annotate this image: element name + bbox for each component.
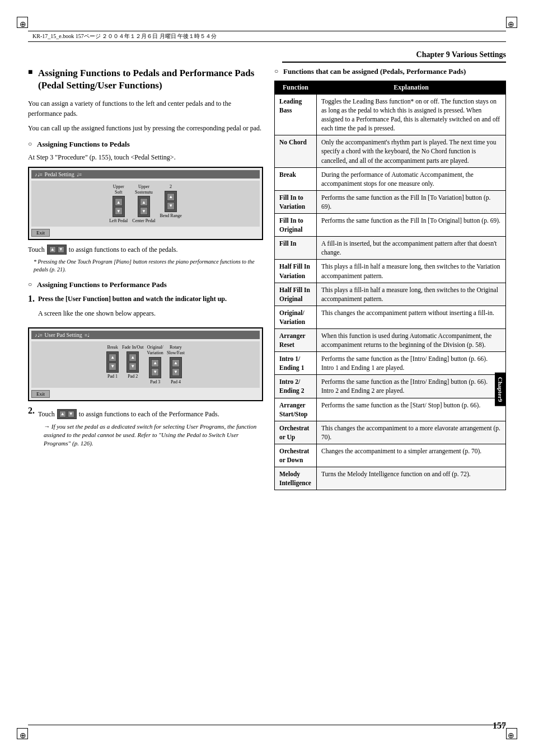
step-1-extra: A screen like the one shown below appear…: [38, 308, 263, 318]
col-header-function: Function: [275, 81, 317, 95]
arrow-dn-pad[interactable]: ▼: [68, 411, 74, 417]
user-pad-name-2: Pad 2: [128, 374, 138, 379]
table-row: Leading BassToggles the Leading Bass fun…: [275, 95, 506, 135]
table-row: Fill InA fill-in is inserted, but the ac…: [275, 237, 506, 260]
pad-label-upper-soft: UpperSoft: [113, 184, 124, 195]
table-row: BreakDuring the performance of Automatic…: [275, 167, 506, 190]
user-pad-btn-up-1[interactable]: ▲: [109, 354, 116, 361]
pad-btn-up-2[interactable]: ▲: [140, 198, 148, 206]
table-row: Melody IntelligenceTurns the Melody Inte…: [275, 467, 506, 490]
pedal-screen-title: Pedal Setting: [45, 171, 74, 177]
func-explanation-cell: When this function is used during Automa…: [317, 328, 506, 351]
table-header-row: Function Explanation: [275, 81, 506, 95]
corner-mark-bl: ⊕: [17, 728, 28, 739]
func-explanation-cell: During the performance of Automatic Acco…: [317, 167, 506, 190]
func-explanation-cell: Performs the same function as the [Start…: [317, 398, 506, 421]
left-column: Assigning Functions to Pedals and Perfor…: [28, 67, 263, 711]
user-pad-btn-up-3[interactable]: ▲: [151, 359, 159, 367]
user-pad-btn-dn-2[interactable]: ▼: [129, 363, 137, 370]
pad-btn-dn-3[interactable]: ▼: [167, 202, 175, 210]
table-row: No ChordOnly the accompaniment's rhythm …: [275, 135, 506, 167]
step-1: 1. Press the [User Function] button and …: [28, 294, 263, 323]
func-explanation-cell: Performs the same function as the Fill I…: [317, 214, 506, 237]
user-pad-buttons-3: ▲ ▼: [149, 357, 161, 378]
user-pad-setting-screen: ♪♩≡ User Pad Setting ≡♩ Break ▲ ▼ Pad 1: [28, 327, 263, 401]
user-pad-btn-dn-1[interactable]: ▼: [109, 363, 116, 370]
step-1-content: Press the [User Function] button and wat…: [38, 294, 263, 323]
step-2-touch-instruction: Touch ▲ ▼ to assign functions to each of…: [38, 409, 263, 419]
pad-group-right: 2 ▲ ▼ Bend Range: [160, 184, 181, 223]
user-pad-buttons-1: ▲ ▼: [106, 351, 119, 373]
func-name-cell: Half Fill In Original: [275, 283, 317, 306]
func-name-cell: Fill In to Original: [275, 214, 317, 237]
music-icon-right-2: ≡♩: [85, 332, 90, 338]
func-explanation-cell: Performs the same function as the [Intro…: [317, 375, 506, 398]
step-2-arrow-note: If you set the pedal as a dedicated swit…: [44, 422, 263, 448]
user-pad-buttons-2: ▲ ▼: [127, 351, 139, 373]
intro-text-1: You can assign a variety of functions to…: [28, 98, 263, 119]
pad-btn-up-1[interactable]: ▲: [115, 198, 123, 206]
corner-mark-tl: ⊕: [17, 17, 28, 28]
table-row: Fill In to VariationPerforms the same fu…: [275, 190, 506, 213]
func-explanation-cell: Only the accompaniment's rhythm part is …: [317, 135, 506, 167]
user-pad-btn-up-2[interactable]: ▲: [129, 354, 137, 361]
pedal-exit-button[interactable]: Exit: [31, 229, 50, 237]
user-pad-group-2: Fade In/Out ▲ ▼ Pad 2: [122, 345, 143, 384]
user-pad-group-3: Original/Variation ▲ ▼ Pad 3: [147, 345, 163, 384]
arrow-buttons-pedal[interactable]: ▲ ▼: [47, 245, 67, 255]
intro-text-2: You can call up the assigned functions j…: [28, 123, 263, 133]
pedal-screen-title-bar: ♪♩≡ Pedal Setting ♩≡: [31, 170, 260, 179]
func-explanation-cell: A fill-in is inserted, but the accompani…: [317, 237, 506, 260]
pad-label-sostenutu: UpperSostenutu: [135, 184, 153, 195]
header-bar: KR-17_15_e.book 157ページ ２００４年１２月６日 月曜日 午後…: [28, 31, 506, 42]
corner-mark-br: ⊕: [506, 728, 517, 739]
step2-touch-label: Touch: [38, 409, 55, 419]
bottom-border: [28, 725, 506, 725]
func-explanation-cell: Toggles the Leading Bass function* on or…: [317, 95, 506, 135]
pad-name-bend: Bend Range: [160, 213, 181, 218]
step-1-bold-text: Press the [User Function] button and wat…: [38, 294, 263, 304]
func-explanation-cell: Performs the same function as the Fill I…: [317, 190, 506, 213]
pad-group-center: UpperSostenutu ▲ ▼ Center Pedal: [132, 184, 155, 223]
user-pad-name-4: Pad 4: [171, 379, 181, 384]
arrow-buttons-pad[interactable]: ▲ ▼: [57, 409, 77, 419]
music-icon-right: ♩≡: [77, 172, 82, 177]
header-meta: KR-17_15_e.book 157ページ ２００４年１２月６日 月曜日 午後…: [32, 32, 502, 40]
table-row: Orchestrat or UpThis changes the accompa…: [275, 421, 506, 444]
func-explanation-cell: Turns the Melody Intelligence function o…: [317, 467, 506, 490]
func-explanation-cell: This changes the accompaniment pattern w…: [317, 306, 506, 328]
user-pad-btn-dn-4[interactable]: ▼: [172, 368, 180, 376]
arrow-up-pedal[interactable]: ▲: [49, 246, 56, 253]
step2-touch-suffix: to assign functions to each of the Perfo…: [79, 409, 219, 419]
pad-btn-up-3[interactable]: ▲: [167, 193, 175, 201]
content-area: Assigning Functions to Pedals and Perfor…: [28, 67, 506, 711]
step-2-content: Touch ▲ ▼ to assign functions to each of…: [38, 406, 263, 450]
func-explanation-cell: Changes the accompaniment to a simpler a…: [317, 444, 506, 467]
user-pad-screen-inner: Break ▲ ▼ Pad 1 Fade In/Out ▲ ▼: [31, 341, 260, 387]
user-pad-btn-up-4[interactable]: ▲: [172, 359, 180, 367]
func-explanation-cell: This plays a fill-in half a measure long…: [317, 260, 506, 283]
func-explanation-cell: This changes the accompaniment to a more…: [317, 421, 506, 444]
user-pad-btn-dn-3[interactable]: ▼: [151, 368, 159, 376]
func-name-cell: Arranger Reset: [275, 328, 317, 351]
right-column: Functions that can be assigned (Pedals, …: [274, 67, 506, 711]
user-pad-screen-title-bar: ♪♩≡ User Pad Setting ≡♩: [31, 331, 260, 339]
user-pad-exit-bar: Exit: [31, 390, 260, 398]
user-pad-name-3: Pad 3: [150, 379, 160, 384]
functions-table: Function Explanation Leading BassToggles…: [274, 81, 506, 490]
user-pad-group-1: Break ▲ ▼ Pad 1: [106, 345, 119, 384]
table-row: Fill In to OriginalPerforms the same fun…: [275, 214, 506, 237]
perf-pads-section-heading: Assigning Functions to Performance Pads: [28, 280, 263, 289]
user-pad-name-1: Pad 1: [107, 374, 118, 379]
arrow-up-pad[interactable]: ▲: [59, 411, 66, 417]
step-2-number: 2.: [28, 406, 35, 450]
chapter-header: Chapter 9 Various Settings: [282, 50, 506, 63]
func-explanation-cell: Performs the same function as the [Intro…: [317, 352, 506, 375]
touch-label: Touch: [28, 245, 45, 255]
pad-btn-dn-2[interactable]: ▼: [140, 207, 148, 215]
func-name-cell: Leading Bass: [275, 95, 317, 135]
music-icon-left: ♪♩≡: [35, 172, 43, 177]
user-pad-exit-button[interactable]: Exit: [31, 390, 50, 398]
pad-btn-dn-1[interactable]: ▼: [115, 207, 123, 215]
arrow-dn-pedal[interactable]: ▼: [58, 246, 64, 253]
